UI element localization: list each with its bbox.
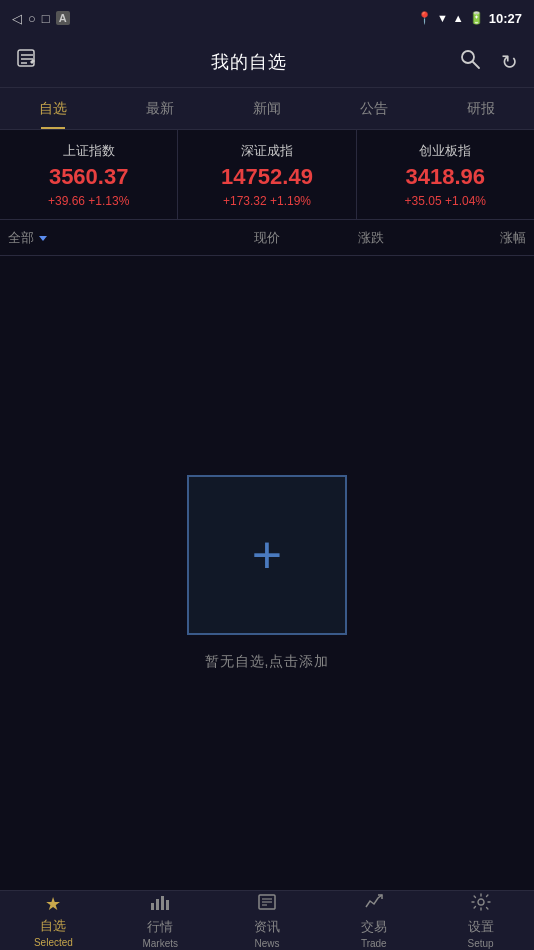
search-icon[interactable] (459, 48, 481, 75)
settings-icon (471, 893, 491, 916)
index-chuangye-name: 创业板指 (419, 142, 471, 160)
index-shanghai-value: 3560.37 (49, 164, 129, 190)
empty-hint: 暂无自选,点击添加 (205, 653, 330, 671)
index-chuangye-change: +35.05 +1.04% (405, 194, 486, 208)
status-time: 10:27 (489, 11, 522, 26)
edit-icon[interactable] (16, 48, 38, 75)
svg-line-5 (473, 62, 479, 68)
svg-rect-7 (156, 899, 159, 910)
refresh-icon[interactable]: ↻ (501, 50, 518, 74)
market-indices: 上证指数 3560.37 +39.66 +1.13% 深证成指 14752.49… (0, 130, 534, 220)
index-shanghai-name: 上证指数 (63, 142, 115, 160)
bottom-nav-zixuan[interactable]: ★ 自选 Selected (0, 891, 107, 950)
bottom-nav-jiaoyi-label: 交易 (361, 918, 387, 936)
tab-zuixin[interactable]: 最新 (107, 88, 214, 129)
col-header-change[interactable]: 涨跌 (319, 229, 423, 247)
tab-bar: 自选 最新 新闻 公告 研报 (0, 88, 534, 130)
index-shanghai-change: +39.66 +1.13% (48, 194, 129, 208)
bottom-nav-shezhi[interactable]: 设置 Setup (427, 891, 534, 950)
column-headers: 全部 现价 涨跌 涨幅 (0, 220, 534, 256)
wifi-icon: ▼ (437, 12, 448, 24)
top-nav-actions: ↻ (459, 48, 518, 75)
index-shenzhen-value: 14752.49 (221, 164, 313, 190)
bottom-nav-hangqing-sublabel: Markets (142, 938, 178, 949)
app-indicator: A (56, 11, 70, 25)
index-shenzhen[interactable]: 深证成指 14752.49 +173.32 +1.19% (177, 130, 355, 219)
main-content: + 暂无自选,点击添加 (0, 256, 534, 890)
svg-rect-9 (166, 900, 169, 910)
col-header-price[interactable]: 现价 (215, 229, 319, 247)
nav-recent-icon: □ (42, 11, 50, 26)
bottom-nav-shezhi-label: 设置 (468, 918, 494, 936)
bottom-nav-zixuan-sublabel: Selected (34, 937, 73, 948)
bottom-nav-zixuan-label: 自选 (40, 917, 66, 935)
signal-icon: ▲ (453, 12, 464, 24)
tab-xinwen[interactable]: 新闻 (214, 88, 321, 129)
battery-icon: 🔋 (469, 11, 484, 25)
bottom-nav-zixun-label: 资讯 (254, 918, 280, 936)
col-header-pct[interactable]: 涨幅 (422, 229, 526, 247)
status-left-icons: ◁ ○ □ A (12, 11, 70, 26)
location-icon: 📍 (417, 11, 432, 25)
svg-rect-6 (151, 903, 154, 910)
star-icon: ★ (45, 893, 61, 915)
bottom-nav: ★ 自选 Selected 行情 Markets 资讯 News (0, 890, 534, 950)
bottom-nav-hangqing[interactable]: 行情 Markets (107, 891, 214, 950)
col-header-all[interactable]: 全部 (8, 229, 215, 247)
markets-icon (150, 893, 170, 916)
index-shenzhen-change: +173.32 +1.19% (223, 194, 311, 208)
bottom-nav-hangqing-label: 行情 (147, 918, 173, 936)
bottom-nav-zixun-sublabel: News (254, 938, 279, 949)
sort-arrow-icon (39, 236, 47, 241)
svg-point-4 (462, 51, 474, 63)
page-title: 我的自选 (211, 50, 287, 74)
bottom-nav-jiaoyi[interactable]: 交易 Trade (320, 891, 427, 950)
tab-gonggao[interactable]: 公告 (320, 88, 427, 129)
status-bar: ◁ ○ □ A 📍 ▼ ▲ 🔋 10:27 (0, 0, 534, 36)
news-icon (257, 893, 277, 916)
index-shenzhen-name: 深证成指 (241, 142, 293, 160)
svg-rect-8 (161, 896, 164, 910)
bottom-nav-shezhi-sublabel: Setup (468, 938, 494, 949)
index-shanghai[interactable]: 上证指数 3560.37 +39.66 +1.13% (0, 130, 177, 219)
add-watchlist-button[interactable]: + (187, 475, 347, 635)
index-chuangye-value: 3418.96 (406, 164, 486, 190)
tab-zixuan[interactable]: 自选 (0, 88, 107, 129)
nav-back-icon: ◁ (12, 11, 22, 26)
status-right-area: 📍 ▼ ▲ 🔋 10:27 (417, 11, 522, 26)
plus-icon: + (252, 529, 282, 581)
top-nav: 我的自选 ↻ (0, 36, 534, 88)
nav-home-icon: ○ (28, 11, 36, 26)
bottom-nav-jiaoyi-sublabel: Trade (361, 938, 387, 949)
tab-yanbao[interactable]: 研报 (427, 88, 534, 129)
svg-point-14 (478, 899, 484, 905)
bottom-nav-zixun[interactable]: 资讯 News (214, 891, 321, 950)
index-chuangye[interactable]: 创业板指 3418.96 +35.05 +1.04% (356, 130, 534, 219)
trade-icon (364, 893, 384, 916)
